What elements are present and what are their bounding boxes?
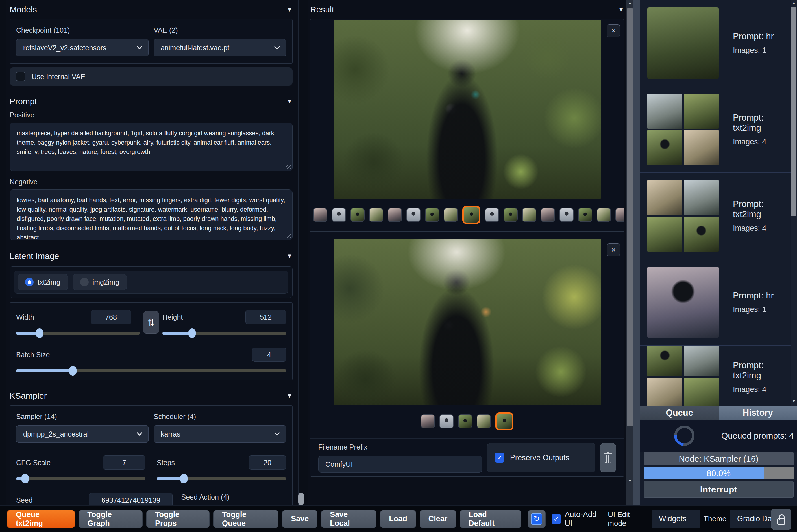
lock-button[interactable] [771, 509, 791, 530]
collapse-icon[interactable]: ▼ [618, 6, 624, 13]
gallery-thumbnail[interactable] [559, 208, 574, 222]
gallery-thumbnail[interactable] [439, 414, 454, 429]
gallery-thumbnail[interactable] [388, 208, 402, 222]
width-input[interactable]: 768 [91, 310, 131, 324]
scroll-down-icon[interactable]: ▼ [791, 399, 797, 403]
mode-img2img-radio[interactable]: img2img [73, 274, 127, 290]
gallery-thumbnail[interactable] [350, 208, 365, 222]
history-thumbnail[interactable] [647, 7, 719, 79]
scroll-down-icon[interactable]: ▼ [626, 478, 633, 483]
filename-prefix-input[interactable]: ComfyUI [318, 456, 482, 473]
auto-add-ui-checkbox[interactable]: ✓ [552, 514, 561, 524]
mode-txt2img-radio[interactable]: txt2img [18, 274, 68, 290]
load-default-button[interactable]: Load Default [460, 510, 521, 528]
steps-input[interactable]: 20 [249, 455, 286, 470]
gallery-thumbnail-selected[interactable] [495, 412, 513, 430]
width-slider[interactable] [16, 331, 140, 335]
collapse-icon[interactable]: ▼ [286, 98, 292, 105]
gallery-thumbnail[interactable] [578, 208, 592, 222]
gallery-thumbnail[interactable] [425, 208, 439, 222]
use-internal-vae-checkbox[interactable] [16, 72, 25, 81]
tab-queue[interactable]: Queue [640, 406, 719, 420]
gallery-thumbnail[interactable] [477, 414, 491, 429]
height-input[interactable]: 512 [245, 310, 286, 324]
negative-prompt-input[interactable]: lowres, bad anatomy, bad hands, text, er… [10, 189, 292, 240]
history-thumbnail-grid[interactable] [647, 180, 719, 252]
latent-image-section-header[interactable]: Latent Image ▼ [10, 250, 292, 262]
gallery-thumbnail[interactable] [369, 208, 383, 222]
seed-input[interactable]: 693741274019139 [89, 493, 173, 506]
result-section-header[interactable]: Result ▼ [310, 4, 624, 15]
batch-size-input[interactable]: 4 [252, 348, 286, 362]
preserve-outputs-row[interactable]: ✓ Preserve Outputs [487, 443, 595, 472]
clear-button[interactable]: Clear [420, 510, 456, 528]
gallery-thumbnail[interactable] [444, 208, 458, 222]
save-button[interactable]: Save [282, 510, 318, 528]
history-thumbnail-grid[interactable] [647, 346, 719, 406]
toggle-queue-button[interactable]: Toggle Queue [213, 510, 279, 528]
gallery-thumbnail[interactable] [332, 208, 346, 222]
sidebar-scrollbar[interactable]: ▲ ▼ [791, 0, 797, 406]
refresh-button[interactable]: ↻ [528, 510, 546, 528]
resize-grip-icon[interactable] [286, 234, 291, 238]
scroll-up-icon[interactable]: ▲ [791, 1, 797, 5]
main-scrollbar[interactable]: ▲ ▼ [626, 0, 633, 506]
tab-history[interactable]: History [719, 406, 797, 420]
gallery-strip-1[interactable] [310, 203, 624, 227]
history-item[interactable]: Prompt: txt2img Images: 4 [640, 346, 797, 406]
history-item[interactable]: Prompt: hr Images: 1 [640, 0, 797, 87]
gallery-thumbnail-selected[interactable] [462, 206, 480, 224]
gallery-thumbnail[interactable] [504, 208, 518, 222]
history-thumbnail[interactable] [647, 267, 719, 338]
panel-resize-gutter[interactable] [633, 0, 640, 506]
swap-dimensions-button[interactable]: ⇅ [143, 311, 159, 334]
vae-dropdown[interactable]: animefull-latest.vae.pt [154, 39, 286, 56]
interrupt-button[interactable]: Interrupt [644, 481, 794, 497]
ksampler-section-header[interactable]: KSampler ▼ [10, 390, 292, 401]
sidebar-scrollbar-thumb[interactable] [791, 7, 796, 216]
gallery-strip-2[interactable] [310, 409, 624, 434]
history-item[interactable]: Prompt: txt2img Images: 4 [640, 173, 797, 259]
height-slider[interactable] [163, 331, 286, 335]
gallery-thumbnail[interactable] [313, 208, 327, 222]
left-panel-scrollbar-thumb[interactable] [298, 493, 304, 505]
use-internal-vae-row[interactable]: Use Internal VAE [10, 68, 292, 86]
gallery-thumbnail[interactable] [541, 208, 555, 222]
generated-image-2[interactable] [334, 239, 601, 405]
queue-txt2img-button[interactable]: Queue txt2img [7, 510, 75, 528]
models-section-header[interactable]: Models ▼ [10, 4, 292, 15]
widgets-dropdown[interactable]: Widgets [652, 510, 700, 528]
collapse-icon[interactable]: ▼ [286, 392, 292, 400]
gallery-thumbnail[interactable] [522, 208, 536, 222]
save-local-button[interactable]: Save Local [321, 510, 377, 528]
history-item[interactable]: Prompt: hr Images: 1 [640, 259, 797, 346]
gallery-thumbnail[interactable] [485, 208, 499, 222]
scheduler-dropdown[interactable]: karras [154, 425, 286, 443]
history-thumbnail-grid[interactable] [647, 94, 719, 165]
close-image-2-button[interactable]: × [607, 243, 620, 256]
gallery-thumbnail[interactable] [406, 208, 420, 222]
delete-outputs-button[interactable] [600, 443, 616, 472]
collapse-icon[interactable]: ▼ [286, 6, 292, 13]
generated-image-1[interactable] [334, 20, 601, 198]
gallery-thumbnail[interactable] [458, 414, 472, 429]
prompt-section-header[interactable]: Prompt ▼ [10, 96, 292, 107]
preserve-outputs-checkbox[interactable]: ✓ [495, 453, 505, 462]
gallery-thumbnail[interactable] [421, 414, 435, 429]
sampler-dropdown[interactable]: dpmpp_2s_ancestral [16, 425, 149, 443]
scroll-up-icon[interactable]: ▲ [626, 1, 633, 5]
cfg-scale-slider[interactable] [16, 477, 146, 480]
batch-size-slider[interactable] [16, 369, 286, 373]
load-button[interactable]: Load [380, 510, 416, 528]
gallery-thumbnail[interactable] [597, 208, 611, 222]
steps-slider[interactable] [157, 477, 286, 480]
history-item[interactable]: Prompt: txt2img Images: 4 [640, 87, 797, 173]
positive-prompt-input[interactable]: masterpiece, hyper detailed background, … [10, 122, 292, 171]
close-image-1-button[interactable]: × [607, 24, 620, 37]
main-scrollbar-thumb[interactable] [627, 8, 633, 426]
cfg-scale-input[interactable]: 7 [103, 455, 146, 470]
toggle-graph-button[interactable]: Toggle Graph [78, 510, 143, 528]
checkpoint-dropdown[interactable]: refslaveV2_v2.safetensors [16, 39, 149, 56]
resize-grip-icon[interactable] [286, 165, 291, 169]
gallery-thumbnail[interactable] [615, 208, 624, 222]
